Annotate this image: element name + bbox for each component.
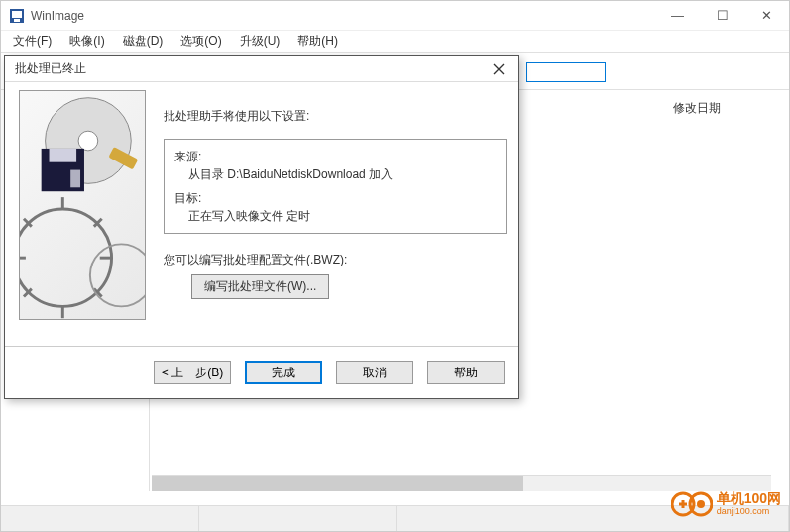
batch-dialog: 批处理已终止 <box>4 55 519 399</box>
status-cell-1 <box>1 506 199 531</box>
menu-options[interactable]: 选项(O) <box>172 31 229 52</box>
menu-upgrade[interactable]: 升级(U) <box>232 31 288 52</box>
dialog-intro: 批处理助手将使用以下设置: <box>164 108 507 125</box>
write-batch-file-button[interactable]: 编写批处理文件(W)... <box>191 274 329 299</box>
window-controls: — ☐ ✕ <box>655 1 789 31</box>
watermark-url: danji100.com <box>717 507 781 517</box>
dialog-body: 批处理助手将使用以下设置: 来源: 从目录 D:\BaiduNetdiskDow… <box>5 82 518 398</box>
dialog-close-button[interactable] <box>479 56 518 82</box>
dialog-button-row: < 上一步(B) 完成 取消 帮助 <box>154 361 505 384</box>
dialog-titlebar: 批处理已终止 <box>5 56 518 82</box>
horizontal-scrollbar[interactable] <box>152 475 771 491</box>
status-cell-2 <box>199 506 397 531</box>
cancel-button[interactable]: 取消 <box>336 361 413 384</box>
column-modified-date[interactable]: 修改日期 <box>665 96 729 121</box>
menu-image[interactable]: 映像(I) <box>61 31 112 52</box>
back-button[interactable]: < 上一步(B) <box>154 361 231 384</box>
app-title: WinImage <box>31 9 84 23</box>
menubar: 文件(F) 映像(I) 磁盘(D) 选项(O) 升级(U) 帮助(H) <box>1 31 789 53</box>
svg-point-18 <box>90 244 145 306</box>
scrollbar-thumb[interactable] <box>152 476 523 491</box>
svg-point-23 <box>697 500 705 508</box>
target-value: 正在写入映像文件 定时 <box>174 207 496 225</box>
target-label: 目标: <box>174 189 496 207</box>
svg-rect-7 <box>70 170 80 188</box>
window-titlebar: WinImage — ☐ ✕ <box>1 1 789 31</box>
menu-help[interactable]: 帮助(H) <box>289 31 346 52</box>
watermark-logo-icon <box>671 490 713 518</box>
watermark: 单机100网 danji100.com <box>671 490 781 518</box>
menu-disk[interactable]: 磁盘(D) <box>115 31 171 52</box>
svg-point-4 <box>78 131 98 151</box>
app-icon <box>9 8 25 24</box>
close-button[interactable]: ✕ <box>744 1 789 31</box>
wizard-image <box>19 90 146 320</box>
dialog-divider <box>5 346 518 347</box>
label-input[interactable] <box>526 62 606 82</box>
svg-rect-1 <box>12 11 22 18</box>
config-file-label: 您可以编写批处理配置文件(.BWZ): <box>164 252 507 268</box>
wizard-content: 批处理助手将使用以下设置: 来源: 从目录 D:\BaiduNetdiskDow… <box>164 90 507 299</box>
source-label: 来源: <box>174 148 496 165</box>
menu-file[interactable]: 文件(F) <box>5 31 59 52</box>
watermark-name: 单机100网 <box>717 491 781 506</box>
svg-rect-6 <box>50 149 77 162</box>
minimize-button[interactable]: — <box>655 1 700 31</box>
dialog-title: 批处理已终止 <box>15 60 86 77</box>
help-button[interactable]: 帮助 <box>427 361 505 384</box>
maximize-button[interactable]: ☐ <box>700 1 744 31</box>
settings-summary-box: 来源: 从目录 D:\BaiduNetdiskDownload 加入 目标: 正… <box>164 139 507 234</box>
svg-rect-2 <box>14 19 20 22</box>
finish-button[interactable]: 完成 <box>245 361 322 384</box>
source-value: 从目录 D:\BaiduNetdiskDownload 加入 <box>174 165 496 183</box>
